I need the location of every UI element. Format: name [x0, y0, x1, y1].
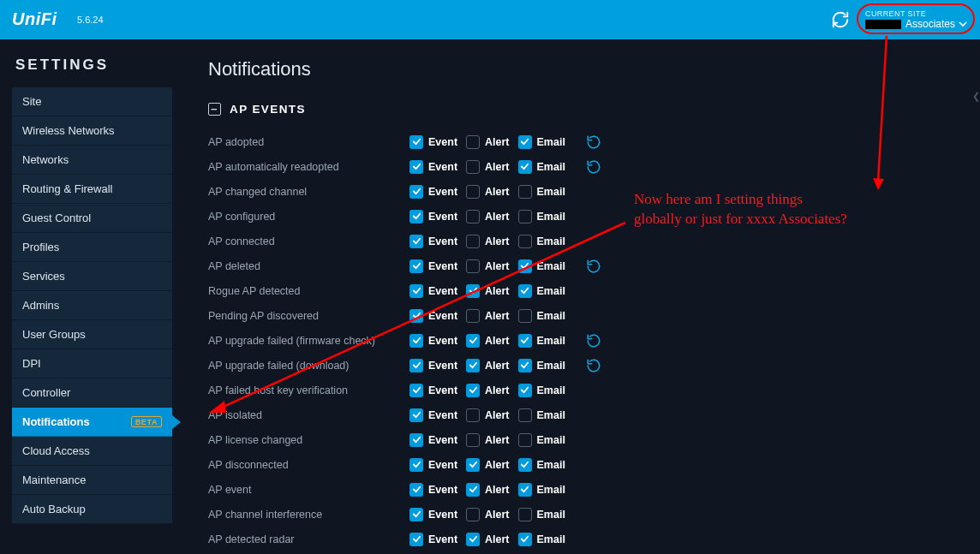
alert-checkbox[interactable]: Alert — [466, 433, 509, 447]
checkbox-unchecked-icon[interactable] — [466, 309, 480, 323]
checkbox-unchecked-icon[interactable] — [466, 185, 480, 199]
checkbox-checked-icon[interactable] — [518, 384, 532, 397]
email-checkbox[interactable]: Email — [518, 483, 565, 497]
checkbox-checked-icon[interactable] — [409, 185, 423, 199]
event-checkbox[interactable]: Event — [409, 185, 457, 199]
checkbox-checked-icon[interactable] — [466, 334, 480, 348]
checkbox-checked-icon[interactable] — [409, 458, 423, 472]
current-site-dropdown[interactable]: CURRENT SITE Associates — [865, 9, 968, 30]
email-checkbox[interactable]: Email — [518, 309, 565, 323]
alert-checkbox[interactable]: Alert — [466, 384, 509, 397]
checkbox-unchecked-icon[interactable] — [518, 508, 532, 521]
reset-icon[interactable] — [586, 333, 601, 348]
checkbox-checked-icon[interactable] — [409, 433, 423, 447]
sidebar-item[interactable]: Maintenance — [12, 466, 172, 495]
alert-checkbox[interactable]: Alert — [466, 508, 509, 521]
checkbox-unchecked-icon[interactable] — [466, 408, 480, 422]
checkbox-checked-icon[interactable] — [409, 284, 423, 298]
email-checkbox[interactable]: Email — [518, 235, 565, 248]
email-checkbox[interactable]: Email — [518, 210, 565, 223]
email-checkbox[interactable]: Email — [518, 433, 565, 447]
checkbox-checked-icon[interactable] — [409, 359, 423, 372]
email-checkbox[interactable]: Email — [518, 284, 565, 298]
sidebar-item[interactable]: Profiles — [12, 233, 172, 262]
checkbox-unchecked-icon[interactable] — [466, 135, 480, 149]
reset-icon[interactable] — [586, 134, 601, 150]
email-checkbox[interactable]: Email — [518, 160, 565, 174]
email-checkbox[interactable]: Email — [518, 508, 565, 521]
checkbox-checked-icon[interactable] — [518, 160, 532, 174]
sidebar-item[interactable]: Site — [12, 87, 172, 116]
collapse-panel-icon[interactable]: ❮ — [972, 91, 980, 102]
email-checkbox[interactable]: Email — [518, 533, 565, 546]
checkbox-checked-icon[interactable] — [518, 135, 532, 149]
sidebar-item[interactable]: Admins — [12, 291, 172, 320]
checkbox-checked-icon[interactable] — [466, 284, 480, 298]
alert-checkbox[interactable]: Alert — [466, 309, 509, 323]
checkbox-checked-icon[interactable] — [409, 533, 423, 546]
checkbox-unchecked-icon[interactable] — [518, 433, 532, 447]
event-checkbox[interactable]: Event — [409, 508, 457, 521]
alert-checkbox[interactable]: Alert — [466, 359, 509, 372]
checkbox-unchecked-icon[interactable] — [518, 185, 532, 199]
email-checkbox[interactable]: Email — [518, 135, 565, 149]
checkbox-checked-icon[interactable] — [409, 160, 423, 174]
email-checkbox[interactable]: Email — [518, 359, 565, 372]
collapse-icon[interactable]: − — [208, 103, 221, 116]
checkbox-checked-icon[interactable] — [518, 284, 532, 298]
checkbox-checked-icon[interactable] — [518, 533, 532, 546]
alert-checkbox[interactable]: Alert — [466, 458, 509, 472]
checkbox-checked-icon[interactable] — [466, 533, 480, 546]
checkbox-unchecked-icon[interactable] — [518, 210, 532, 223]
sidebar-item[interactable]: Services — [12, 262, 172, 291]
checkbox-unchecked-icon[interactable] — [518, 408, 532, 422]
refresh-button[interactable] — [831, 10, 850, 29]
event-checkbox[interactable]: Event — [409, 533, 457, 546]
reset-icon[interactable] — [586, 159, 601, 175]
alert-checkbox[interactable]: Alert — [466, 185, 509, 199]
event-checkbox[interactable]: Event — [409, 210, 457, 223]
event-checkbox[interactable]: Event — [409, 458, 457, 472]
email-checkbox[interactable]: Email — [518, 185, 565, 199]
alert-checkbox[interactable]: Alert — [466, 408, 509, 422]
alert-checkbox[interactable]: Alert — [466, 483, 509, 497]
alert-checkbox[interactable]: Alert — [466, 160, 509, 174]
checkbox-checked-icon[interactable] — [518, 483, 532, 497]
checkbox-checked-icon[interactable] — [466, 384, 480, 397]
checkbox-unchecked-icon[interactable] — [518, 235, 532, 248]
event-checkbox[interactable]: Event — [409, 359, 457, 372]
reset-icon[interactable] — [586, 259, 601, 274]
email-checkbox[interactable]: Email — [518, 334, 565, 348]
sidebar-item[interactable]: Wireless Networks — [12, 116, 172, 146]
checkbox-checked-icon[interactable] — [466, 359, 480, 372]
checkbox-checked-icon[interactable] — [409, 508, 423, 521]
sidebar-item[interactable]: Auto Backup — [12, 495, 172, 524]
checkbox-checked-icon[interactable] — [518, 359, 532, 372]
alert-checkbox[interactable]: Alert — [466, 284, 509, 298]
checkbox-checked-icon[interactable] — [409, 483, 423, 497]
reset-icon[interactable] — [586, 358, 601, 373]
email-checkbox[interactable]: Email — [518, 458, 565, 472]
sidebar-item[interactable]: Controller — [12, 378, 172, 408]
checkbox-checked-icon[interactable] — [409, 259, 423, 273]
checkbox-unchecked-icon[interactable] — [466, 508, 480, 521]
sidebar-item[interactable]: Guest Control — [12, 204, 172, 233]
checkbox-checked-icon[interactable] — [409, 334, 423, 348]
alert-checkbox[interactable]: Alert — [466, 135, 509, 149]
event-checkbox[interactable]: Event — [409, 408, 457, 422]
checkbox-unchecked-icon[interactable] — [466, 160, 480, 174]
checkbox-checked-icon[interactable] — [409, 135, 423, 149]
email-checkbox[interactable]: Email — [518, 259, 565, 273]
checkbox-unchecked-icon[interactable] — [466, 259, 480, 273]
checkbox-checked-icon[interactable] — [409, 384, 423, 397]
alert-checkbox[interactable]: Alert — [466, 235, 509, 248]
alert-checkbox[interactable]: Alert — [466, 210, 509, 223]
checkbox-unchecked-icon[interactable] — [466, 235, 480, 248]
section-header[interactable]: − AP EVENTS — [208, 103, 980, 116]
checkbox-unchecked-icon[interactable] — [466, 210, 480, 223]
checkbox-checked-icon[interactable] — [466, 483, 480, 497]
checkbox-unchecked-icon[interactable] — [466, 433, 480, 447]
sidebar-item[interactable]: NotificationsBETA — [12, 408, 172, 437]
alert-checkbox[interactable]: Alert — [466, 334, 509, 348]
alert-checkbox[interactable]: Alert — [466, 259, 509, 273]
